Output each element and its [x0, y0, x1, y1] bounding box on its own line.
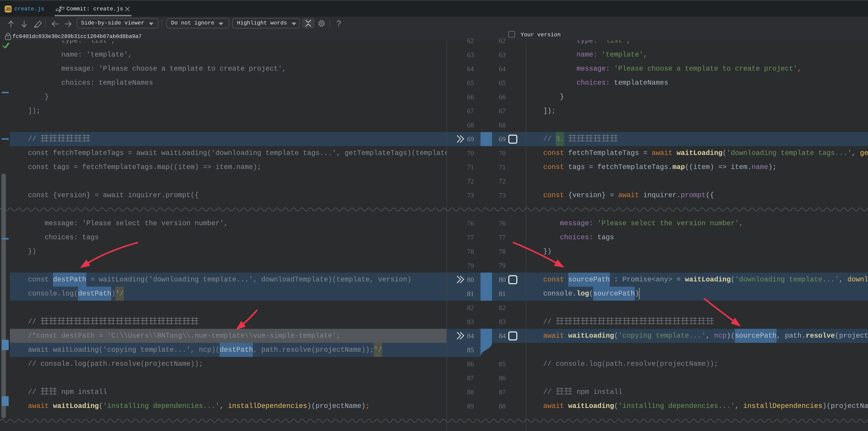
svg-text:?: ?: [336, 19, 341, 28]
